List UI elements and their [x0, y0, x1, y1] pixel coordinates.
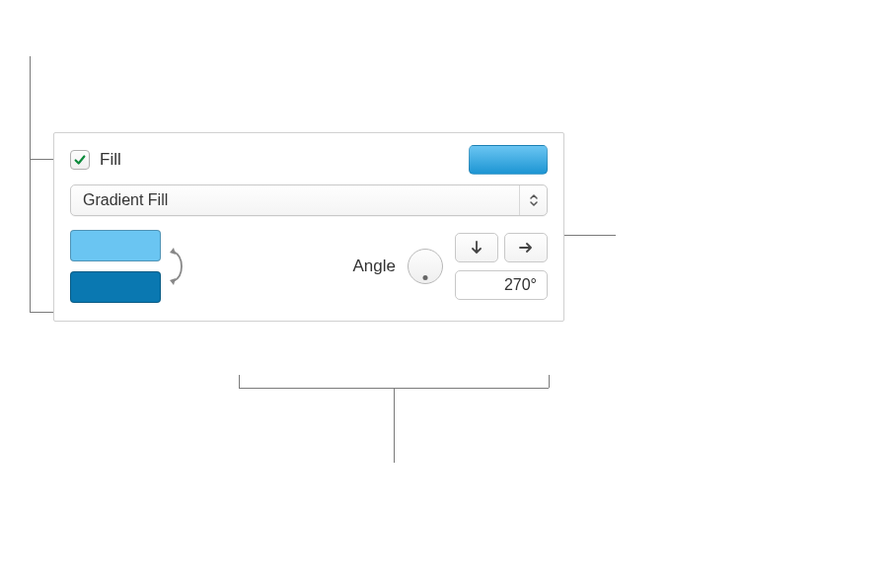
fill-checkbox-label: Fill	[100, 150, 121, 170]
fill-header-row: Fill	[54, 133, 563, 184]
fill-type-dropdown[interactable]: Gradient Fill	[70, 184, 548, 216]
callout-line	[239, 375, 240, 388]
fill-panel: Fill Gradient Fill	[53, 132, 564, 322]
callout-line	[30, 56, 31, 159]
gradient-color-well-2[interactable]	[70, 271, 161, 303]
callout-line	[549, 375, 550, 388]
arrow-right-icon	[518, 241, 534, 255]
angle-dial[interactable]	[408, 249, 443, 284]
arrow-down-icon	[470, 240, 483, 256]
callout-line	[30, 159, 31, 231]
angle-value-input[interactable]: 270°	[455, 270, 548, 300]
gradient-controls-row: Angle 2	[54, 230, 563, 321]
fill-checkbox-group: Fill	[70, 150, 121, 170]
fill-preview-swatch[interactable]	[469, 145, 548, 175]
angle-value-text: 270°	[504, 276, 537, 294]
gradient-color-well-1[interactable]	[70, 230, 161, 261]
fill-type-row: Gradient Fill	[54, 184, 563, 230]
fill-type-label: Gradient Fill	[83, 191, 519, 209]
callout-line	[30, 231, 31, 312]
gradient-colors-group	[70, 230, 188, 303]
gradient-color-wells	[70, 230, 161, 303]
angle-section: Angle 2	[196, 230, 548, 303]
direction-vertical-button[interactable]	[455, 233, 498, 262]
direction-buttons-group	[455, 233, 548, 262]
checkmark-icon	[73, 153, 87, 167]
swap-arrows-icon	[168, 242, 186, 291]
swap-colors-button[interactable]	[165, 230, 188, 303]
chevron-updown-icon	[519, 185, 547, 215]
fill-checkbox[interactable]	[70, 150, 90, 170]
angle-dial-indicator	[423, 275, 428, 280]
callout-line	[394, 388, 395, 463]
angle-controls: 270°	[455, 233, 548, 300]
direction-horizontal-button[interactable]	[504, 233, 548, 262]
angle-label: Angle	[353, 257, 396, 276]
